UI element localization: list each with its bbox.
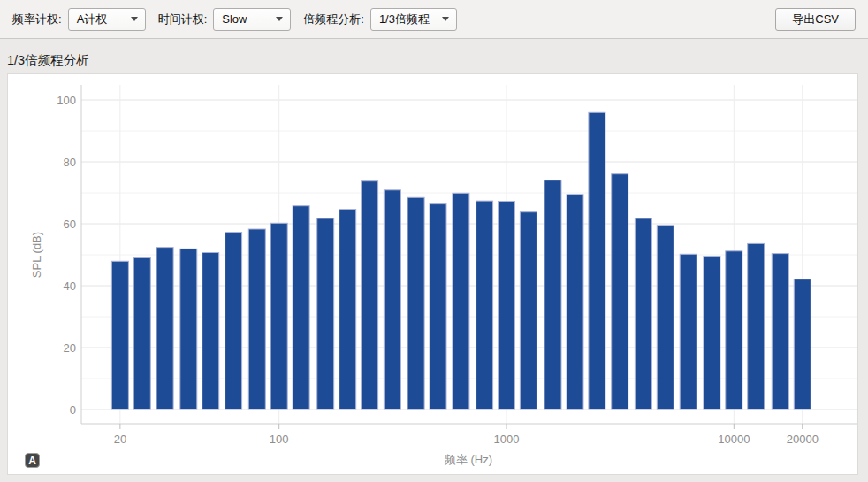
octave-analysis-select[interactable]: 1/3倍频程 bbox=[370, 8, 457, 31]
bar-10000hz bbox=[726, 251, 742, 409]
bar-1250hz bbox=[520, 212, 537, 409]
chevron-down-icon bbox=[276, 17, 283, 21]
bar-100hz bbox=[270, 223, 287, 409]
annotation-a-badge: A bbox=[25, 453, 40, 468]
bar-5000hz bbox=[657, 226, 674, 409]
bar-80hz bbox=[248, 229, 265, 409]
bar-50hz bbox=[202, 253, 219, 410]
spl-bar-chart: 0204060801002010010001000020000SPL (dB)频… bbox=[8, 74, 857, 474]
svg-text:100: 100 bbox=[57, 94, 76, 107]
bar-200hz bbox=[339, 210, 356, 410]
time-weighting-label: 时间计权: bbox=[158, 11, 208, 27]
bar-2000hz bbox=[567, 195, 583, 409]
svg-text:60: 60 bbox=[64, 218, 76, 231]
export-csv-button[interactable]: 导出CSV bbox=[775, 8, 856, 31]
page-title: 1/3倍频程分析 bbox=[7, 52, 89, 69]
bar-20000hz bbox=[794, 279, 811, 409]
bar-2500hz bbox=[589, 112, 605, 409]
chevron-down-icon bbox=[131, 17, 138, 21]
bar-25hz bbox=[133, 258, 150, 410]
bar-315hz bbox=[384, 190, 400, 409]
freq-weighting-label: 频率计权: bbox=[12, 11, 62, 27]
freq-weighting-value: A计权 bbox=[77, 11, 131, 27]
octave-analysis-value: 1/3倍频程 bbox=[379, 11, 442, 27]
bar-1600hz bbox=[544, 180, 561, 409]
bar-40hz bbox=[180, 249, 197, 409]
bar-4000hz bbox=[635, 218, 651, 409]
bar-800hz bbox=[476, 201, 493, 409]
time-weighting-value: Slow bbox=[222, 12, 276, 26]
chart-panel: 0204060801002010010001000020000SPL (dB)频… bbox=[7, 73, 858, 475]
x-tick-marks bbox=[120, 424, 803, 429]
time-weighting-select[interactable]: Slow bbox=[213, 8, 291, 31]
bar-1000hz bbox=[499, 202, 515, 410]
bar-8000hz bbox=[704, 257, 720, 410]
bar-20hz bbox=[111, 261, 128, 409]
svg-text:20000: 20000 bbox=[787, 432, 819, 446]
svg-text:20: 20 bbox=[64, 341, 76, 355]
bar-3150hz bbox=[612, 174, 628, 409]
bar-63hz bbox=[225, 233, 242, 410]
bar-31.5hz bbox=[156, 248, 173, 409]
bar-400hz bbox=[407, 197, 424, 409]
toolbar: 频率计权: A计权 时间计权: Slow 倍频程分析: 1/3倍频程 导出CSV bbox=[0, 0, 868, 39]
chevron-down-icon bbox=[442, 17, 449, 21]
bar-250hz bbox=[362, 181, 378, 409]
y-tick-labels: 020406080100 bbox=[57, 94, 76, 417]
bar-500hz bbox=[430, 204, 446, 409]
bar-160hz bbox=[317, 218, 334, 409]
svg-text:40: 40 bbox=[64, 279, 76, 293]
freq-weighting-select[interactable]: A计权 bbox=[68, 8, 146, 31]
bar-125hz bbox=[293, 206, 309, 409]
svg-text:80: 80 bbox=[64, 156, 76, 169]
svg-text:0: 0 bbox=[70, 403, 76, 417]
bar-12500hz bbox=[748, 243, 765, 409]
x-axis-title: 频率 (Hz) bbox=[444, 453, 492, 466]
octave-analysis-label: 倍频程分析: bbox=[303, 11, 364, 27]
svg-text:20: 20 bbox=[114, 432, 126, 446]
svg-text:100: 100 bbox=[270, 432, 289, 446]
bars bbox=[111, 112, 811, 409]
y-axis-title: SPL (dB) bbox=[30, 232, 43, 278]
x-tick-labels: 2010010001000020000 bbox=[114, 432, 819, 446]
bar-6300hz bbox=[680, 254, 697, 409]
svg-text:10000: 10000 bbox=[718, 432, 750, 446]
bar-630hz bbox=[453, 193, 469, 409]
bar-16000hz bbox=[772, 254, 788, 409]
svg-text:1000: 1000 bbox=[494, 432, 520, 446]
